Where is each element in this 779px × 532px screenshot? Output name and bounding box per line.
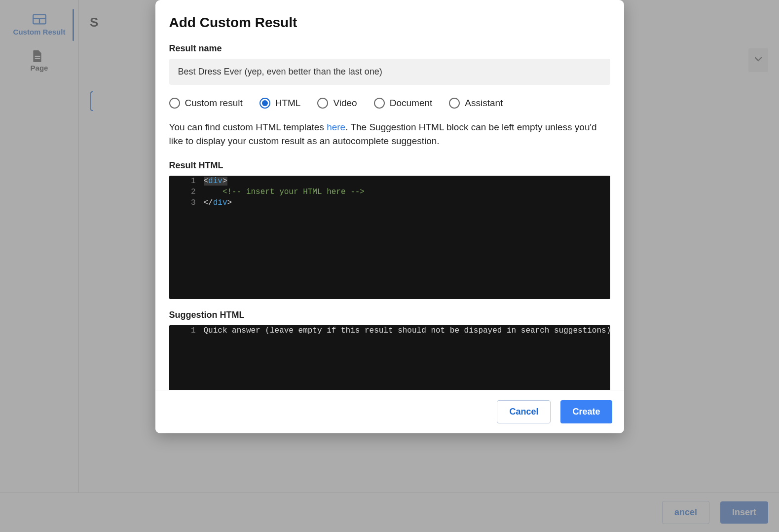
modal-title: Add Custom Result xyxy=(169,15,610,31)
result-type-radio-group: Custom result HTML Video Document Assist… xyxy=(169,98,610,109)
line-number: 1 xyxy=(169,325,204,336)
help-text-pre: You can find custom HTML templates xyxy=(169,122,327,132)
radio-label: Video xyxy=(333,98,357,109)
radio-label: HTML xyxy=(275,98,301,109)
help-text: You can find custom HTML templates here.… xyxy=(169,120,610,148)
suggestion-placeholder: Quick answer (leave empty if this result… xyxy=(204,325,610,336)
modal-overlay: Add Custom Result Result name Custom res… xyxy=(0,0,779,532)
add-custom-result-modal: Add Custom Result Result name Custom res… xyxy=(155,0,624,433)
line-number: 1 xyxy=(169,176,204,187)
create-button[interactable]: Create xyxy=(560,400,612,423)
radio-html[interactable]: HTML xyxy=(260,98,301,109)
code-line: </div> xyxy=(204,197,232,208)
code-line: <div> xyxy=(204,176,227,187)
radio-assistant[interactable]: Assistant xyxy=(449,98,503,109)
radio-circle-icon xyxy=(317,98,328,109)
radio-circle-icon xyxy=(169,98,180,109)
radio-circle-icon xyxy=(449,98,460,109)
line-number: 3 xyxy=(169,197,204,208)
suggestion-html-label: Suggestion HTML xyxy=(169,310,610,320)
radio-circle-icon xyxy=(260,98,270,109)
modal-body: Add Custom Result Result name Custom res… xyxy=(155,0,624,390)
radio-label: Assistant xyxy=(465,98,503,109)
templates-link[interactable]: here xyxy=(327,122,345,132)
radio-circle-icon xyxy=(374,98,385,109)
radio-document[interactable]: Document xyxy=(374,98,433,109)
radio-label: Custom result xyxy=(185,98,243,109)
suggestion-html-editor[interactable]: 1 Quick answer (leave empty if this resu… xyxy=(169,325,610,390)
code-line: <!-- insert your HTML here --> xyxy=(204,187,365,197)
radio-video[interactable]: Video xyxy=(317,98,357,109)
result-name-label: Result name xyxy=(169,43,610,54)
cancel-button[interactable]: Cancel xyxy=(497,400,551,423)
modal-footer: Cancel Create xyxy=(155,390,624,433)
result-html-editor[interactable]: 1 <div> 2 <!-- insert your HTML here -->… xyxy=(169,176,610,299)
result-html-label: Result HTML xyxy=(169,160,610,171)
radio-custom-result[interactable]: Custom result xyxy=(169,98,243,109)
radio-label: Document xyxy=(390,98,433,109)
result-name-input[interactable] xyxy=(169,59,610,85)
line-number: 2 xyxy=(169,187,204,197)
